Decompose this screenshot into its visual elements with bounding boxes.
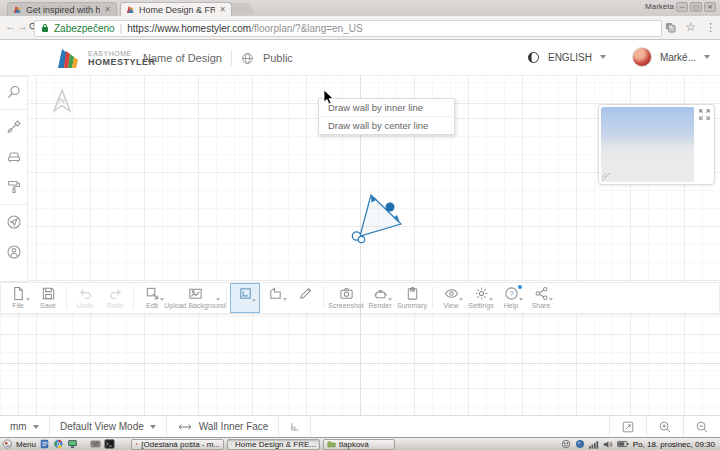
unit-dropdown[interactable]: mm bbox=[0, 416, 50, 437]
summary-button[interactable]: Summary bbox=[395, 283, 429, 313]
tab-close-icon[interactable]: ✕ bbox=[219, 6, 226, 14]
tab-title: Get inspired with home bbox=[26, 5, 100, 15]
design-name[interactable]: Name of Design bbox=[143, 52, 222, 64]
user-name[interactable]: Marké... bbox=[660, 52, 696, 63]
forward-button[interactable]: → bbox=[17, 20, 28, 32]
address-bar[interactable]: Zabezpečeno | https://www.homestyler.com… bbox=[34, 20, 662, 37]
draw-wall-button[interactable] bbox=[230, 283, 260, 313]
pencil-icon bbox=[298, 286, 313, 301]
tab-close-icon[interactable]: ✕ bbox=[104, 6, 111, 14]
save-button[interactable]: Save bbox=[33, 283, 63, 313]
undo-icon bbox=[78, 286, 93, 301]
task-browser-window[interactable]: Home Design & FRE... bbox=[227, 439, 320, 450]
chevron-down-icon[interactable] bbox=[600, 55, 606, 59]
security-label: Zabezpečeno bbox=[54, 23, 115, 34]
language-selector[interactable]: ENGLISH bbox=[548, 52, 592, 63]
chromium-launcher-icon[interactable] bbox=[53, 439, 64, 449]
save-icon bbox=[41, 286, 56, 301]
compass-icon bbox=[6, 214, 22, 230]
sofa-icon bbox=[6, 149, 22, 165]
browser-tab-inactive[interactable]: Get inspired with home ✕ bbox=[7, 2, 117, 16]
browser-tab-active[interactable]: Home Design & FREE Fl ✕ bbox=[120, 2, 232, 16]
upload-background-icon bbox=[188, 286, 203, 301]
draw-room-button[interactable] bbox=[260, 283, 290, 313]
3d-preview-window[interactable] bbox=[598, 104, 715, 185]
minimize-button[interactable]: ─ bbox=[676, 2, 688, 12]
keyboard-launcher-icon[interactable] bbox=[90, 439, 101, 449]
signal-strength-icon[interactable] bbox=[589, 440, 599, 449]
screenshot-button[interactable]: Screenshot bbox=[327, 283, 365, 313]
menu-label[interactable]: Menu bbox=[16, 440, 36, 449]
share-button[interactable]: Share bbox=[526, 283, 556, 313]
menu-icon[interactable] bbox=[2, 439, 13, 449]
volume-icon[interactable] bbox=[603, 440, 613, 449]
view-mode-dropdown[interactable]: Default View Mode bbox=[50, 416, 167, 437]
floorplan-canvas[interactable]: N File bbox=[0, 76, 720, 415]
visibility-label[interactable]: Public bbox=[263, 52, 293, 64]
language-globe-icon bbox=[527, 51, 540, 64]
file-button[interactable]: File bbox=[3, 283, 33, 313]
zoom-tool[interactable] bbox=[0, 77, 28, 107]
view-button[interactable]: View bbox=[436, 283, 466, 313]
terminal-launcher-icon[interactable] bbox=[104, 439, 115, 449]
paint-roller-icon bbox=[6, 179, 22, 195]
paint-tool[interactable] bbox=[0, 172, 28, 202]
bookmark-star-icon[interactable]: ☆ bbox=[685, 20, 696, 34]
homestyler-logo-icon bbox=[55, 45, 81, 71]
wall-face-indicator[interactable] bbox=[279, 416, 311, 437]
zoom-in-button[interactable] bbox=[646, 416, 683, 437]
screen: Get inspired with home ✕ Home Design & F… bbox=[0, 0, 720, 450]
browser-menu-icon[interactable]: ⋮ bbox=[705, 21, 716, 34]
resize-grip[interactable] bbox=[601, 172, 611, 182]
upload-background-button[interactable]: Upload Background bbox=[167, 283, 223, 313]
libreoffice-launcher-icon[interactable] bbox=[39, 439, 50, 449]
homestyler-logo[interactable]: EASYHOME HOMESTYLER bbox=[55, 45, 156, 71]
chevron-down-icon[interactable] bbox=[704, 55, 710, 59]
back-button[interactable]: ← bbox=[5, 20, 16, 32]
edit-icon bbox=[145, 286, 160, 301]
system-tray: Po, 18. prosinec, 09:30 bbox=[561, 439, 718, 449]
redo-icon bbox=[108, 286, 123, 301]
magnifier-icon bbox=[6, 84, 22, 100]
furniture-tool[interactable] bbox=[0, 142, 28, 172]
tray-face-icon[interactable] bbox=[561, 439, 571, 449]
zoom-out-icon bbox=[695, 420, 709, 434]
fit-to-screen-button[interactable] bbox=[609, 416, 646, 437]
avatar[interactable] bbox=[632, 47, 652, 67]
mail-app-icon bbox=[135, 440, 138, 448]
homestyler-favicon-icon bbox=[126, 5, 135, 14]
help-icon: ? bbox=[504, 286, 519, 301]
chevron-down-icon bbox=[150, 425, 156, 429]
undo-button[interactable]: Undo bbox=[70, 283, 100, 313]
expand-icon[interactable] bbox=[698, 108, 711, 121]
zoom-out-button[interactable] bbox=[683, 416, 720, 437]
tutorial-tool[interactable] bbox=[0, 207, 28, 237]
draw-wall-icon bbox=[238, 286, 253, 301]
settings-button[interactable]: Settings bbox=[466, 283, 496, 313]
render-teapot-icon bbox=[373, 286, 388, 301]
tray-network-icon[interactable] bbox=[575, 439, 585, 449]
browser-toolbar: ← → ⟳ Zabezpečeno | https://www.homestyl… bbox=[0, 16, 720, 40]
display-launcher-icon[interactable] bbox=[67, 439, 78, 449]
pencil-button[interactable] bbox=[290, 283, 320, 313]
menu-item-center-line[interactable]: Draw wall by center line bbox=[319, 116, 454, 134]
account-tool[interactable] bbox=[0, 237, 28, 267]
translate-icon[interactable]: a bbox=[665, 22, 676, 33]
taskbar-clock: Po, 18. prosinec, 09:30 bbox=[633, 440, 718, 449]
task-folder-window[interactable]: tlapková bbox=[323, 439, 395, 450]
redo-button[interactable]: Redo bbox=[100, 283, 130, 313]
close-button[interactable]: ✕ bbox=[704, 2, 716, 12]
task-mail-window[interactable]: [Odeslaná pošta - m... bbox=[131, 439, 224, 450]
wall-face-control[interactable]: Wall Inner Face bbox=[167, 416, 280, 437]
app-header: EASYHOME HOMESTYLER Name of Design Publi… bbox=[0, 40, 720, 76]
double-arrow-icon bbox=[177, 422, 193, 432]
render-button[interactable]: Render bbox=[365, 283, 395, 313]
battery-icon[interactable] bbox=[617, 440, 629, 448]
homestyler-favicon-icon bbox=[13, 5, 22, 14]
share-icon bbox=[534, 286, 549, 301]
help-button[interactable]: ? Help bbox=[496, 283, 526, 313]
build-tool[interactable] bbox=[0, 112, 28, 142]
menu-item-inner-line[interactable]: Draw wall by inner line bbox=[319, 99, 454, 116]
edit-button[interactable]: Edit bbox=[137, 283, 167, 313]
maximize-button[interactable]: ▢ bbox=[690, 2, 702, 12]
